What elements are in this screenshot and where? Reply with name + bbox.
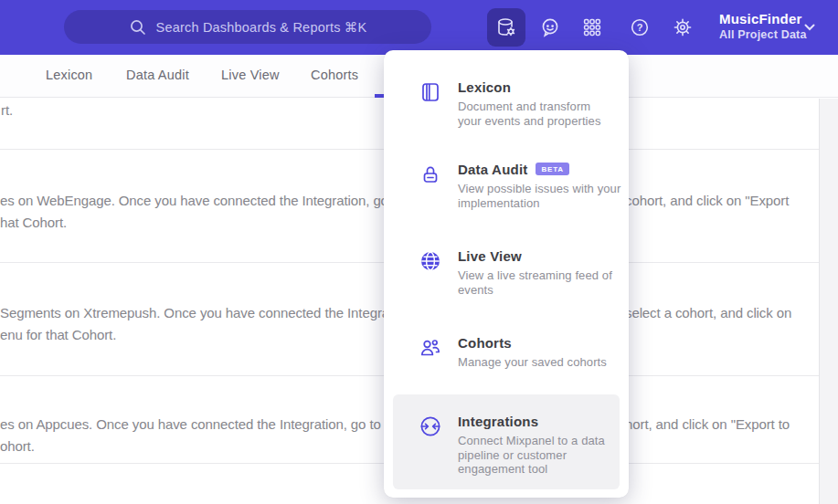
search-placeholder: Search Dashboards & Reports ⌘K (156, 20, 367, 35)
menu-item-title: Integrations (458, 414, 538, 429)
menu-item-title: Cohorts (458, 335, 512, 351)
navigation-dropdown: Lexicon Document and transform your even… (384, 50, 629, 498)
gear-icon (672, 16, 694, 38)
bg-text-fragment: Segments on Xtremepush. Once you have co… (0, 305, 415, 320)
apps-grid-icon (581, 16, 603, 38)
menu-item-data-audit[interactable]: Data Audit BETA View possible issues wit… (384, 162, 629, 210)
settings-button[interactable] (672, 16, 694, 38)
menu-item-description: View possible issues with your implement… (458, 182, 627, 210)
menu-item-title: Live View (458, 248, 522, 264)
menu-item-description: Document and transform your events and p… (458, 100, 604, 128)
menu-item-description: Manage your saved cohorts (458, 355, 641, 370)
bg-text-fragment: cohort, and click on "Export (625, 193, 789, 208)
menu-item-title: Data Audit (458, 162, 527, 177)
project-scope: All Project Data (719, 28, 807, 41)
menu-item-live-view[interactable]: Live View View a live streaming feed of … (384, 248, 629, 297)
feedback-button[interactable] (539, 16, 561, 38)
sync-arrows-icon (419, 415, 442, 438)
globe-icon (419, 249, 442, 273)
menu-item-integrations[interactable]: Integrations Connect Mixpanel to a data … (393, 394, 620, 489)
svg-text:?: ? (637, 22, 643, 33)
menu-item-lexicon[interactable]: Lexicon Document and transform your even… (384, 79, 629, 128)
help-button[interactable]: ? (629, 16, 651, 38)
search-input[interactable]: Search Dashboards & Reports ⌘K (64, 10, 431, 44)
audit-lock-icon (419, 163, 442, 186)
beta-badge: BETA (536, 163, 568, 175)
bg-text-fragment: es on WebEngage. Once you have connected… (0, 193, 426, 208)
database-gear-icon (494, 16, 518, 39)
bg-text-fragment: select a cohort, and click on (625, 305, 791, 320)
apps-button[interactable] (581, 16, 603, 38)
menu-item-title: Lexicon (458, 79, 511, 95)
feedback-smiley-icon (539, 16, 561, 38)
data-management-button[interactable] (487, 8, 525, 47)
bg-text-fragment: es on Appcues. Once you have connected t… (0, 416, 419, 432)
book-icon (419, 80, 442, 104)
tab-live-view[interactable]: Live View (221, 68, 280, 82)
bg-text-fragment: hat Cohort. (0, 215, 67, 230)
bg-text-fragment: ohort. (0, 438, 35, 454)
chevron-down-icon[interactable] (803, 22, 816, 33)
tab-cohorts[interactable]: Cohorts (311, 68, 358, 82)
bg-text-fragment: hort, and click on "Export to (625, 416, 790, 432)
search-icon (129, 18, 147, 37)
menu-item-description: View a live streaming feed of events (458, 268, 621, 297)
app-header: Search Dashboards & Reports ⌘K (0, 0, 838, 55)
help-icon: ? (629, 16, 651, 38)
bg-text-fragment: rt. (1, 102, 13, 118)
project-name: MusicFinder (719, 11, 807, 26)
tab-lexicon[interactable]: Lexicon (46, 68, 92, 82)
menu-item-cohorts[interactable]: Cohorts Manage your saved cohorts (384, 335, 629, 370)
scroll-gutter (819, 99, 838, 504)
tab-data-audit[interactable]: Data Audit (126, 68, 189, 82)
menu-item-description: Connect Mixpanel to a data pipeline or c… (458, 434, 611, 477)
bg-text-fragment: enu for that Cohort. (0, 327, 116, 342)
project-switcher[interactable]: MusicFinder All Project Data (719, 11, 807, 41)
people-icon (419, 336, 442, 360)
